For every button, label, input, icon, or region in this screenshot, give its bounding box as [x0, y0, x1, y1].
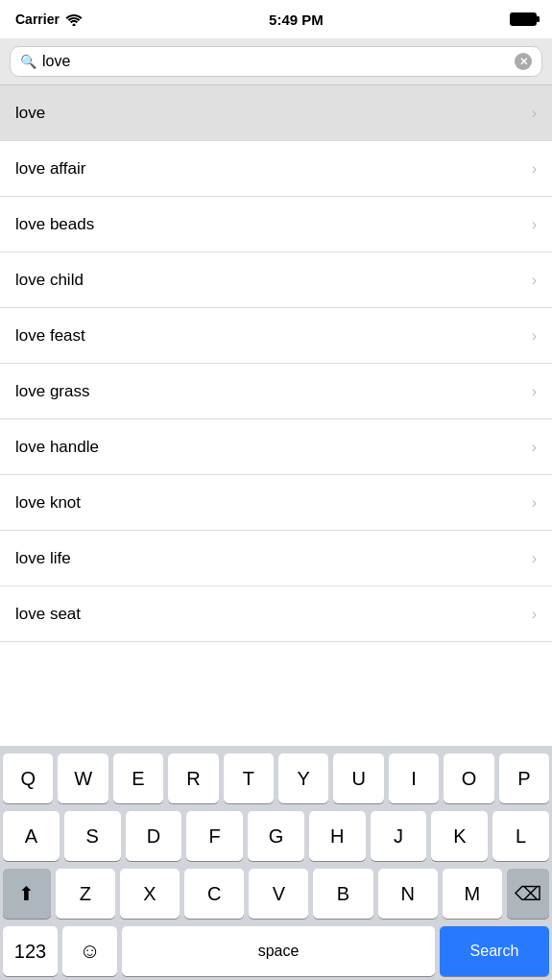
- key-f[interactable]: F: [186, 811, 243, 861]
- emoji-key[interactable]: ☺: [62, 926, 117, 976]
- key-n[interactable]: N: [378, 869, 438, 919]
- shift-key[interactable]: ⬆: [3, 869, 51, 919]
- chevron-icon: ›: [532, 272, 537, 289]
- key-l[interactable]: L: [492, 811, 549, 861]
- key-j[interactable]: J: [371, 811, 427, 861]
- search-bar: 🔍 ✕: [0, 38, 552, 85]
- battery-icon: [510, 12, 537, 26]
- search-clear-button[interactable]: ✕: [515, 53, 532, 70]
- result-label: love knot: [15, 493, 81, 513]
- wifi-icon: [65, 13, 83, 26]
- key-z[interactable]: Z: [56, 869, 115, 919]
- keyboard: QWERTYUIOP ASDFGHJKL ⬆ ZXCVBNM⌫ 123 ☺ sp…: [0, 746, 552, 980]
- result-label: love child: [15, 271, 84, 290]
- status-right: [510, 12, 537, 26]
- result-label: love handle: [15, 438, 99, 457]
- key-e[interactable]: E: [113, 753, 163, 803]
- result-label: love life: [15, 549, 71, 568]
- key-a[interactable]: A: [3, 811, 60, 861]
- delete-key[interactable]: ⌫: [507, 869, 549, 919]
- result-label: love beads: [15, 215, 94, 234]
- key-q[interactable]: Q: [3, 753, 53, 803]
- status-carrier: Carrier: [15, 12, 83, 27]
- key-v[interactable]: V: [249, 869, 308, 919]
- chevron-icon: ›: [532, 216, 537, 233]
- space-key[interactable]: space: [122, 926, 435, 976]
- chevron-icon: ›: [532, 383, 537, 400]
- result-item[interactable]: love affair ›: [0, 141, 552, 197]
- key-x[interactable]: X: [120, 869, 180, 919]
- keyboard-row-2: ASDFGHJKL: [3, 811, 549, 861]
- key-g[interactable]: G: [248, 811, 304, 861]
- search-input-wrapper[interactable]: 🔍 ✕: [10, 46, 542, 77]
- key-m[interactable]: M: [443, 869, 502, 919]
- key-k[interactable]: K: [431, 811, 488, 861]
- search-input[interactable]: [42, 53, 509, 70]
- key-t[interactable]: T: [224, 753, 274, 803]
- result-label: love affair: [15, 159, 85, 179]
- chevron-icon: ›: [532, 105, 537, 122]
- search-key[interactable]: Search: [440, 926, 549, 976]
- key-c[interactable]: C: [184, 869, 244, 919]
- key-u[interactable]: U: [333, 753, 383, 803]
- chevron-icon: ›: [532, 327, 537, 345]
- result-label: love grass: [15, 382, 89, 401]
- result-item[interactable]: love child ›: [0, 252, 552, 308]
- key-h[interactable]: H: [309, 811, 366, 861]
- status-time: 5:49 PM: [83, 12, 510, 28]
- key-o[interactable]: O: [444, 753, 493, 803]
- keyboard-row-1: QWERTYUIOP: [3, 753, 549, 803]
- result-item[interactable]: love life ›: [0, 531, 552, 586]
- key-p[interactable]: P: [499, 753, 549, 803]
- result-item[interactable]: love seat ›: [0, 586, 552, 642]
- result-label: love seat: [15, 605, 81, 624]
- key-d[interactable]: D: [126, 811, 182, 861]
- chevron-icon: ›: [532, 160, 537, 178]
- chevron-icon: ›: [532, 494, 537, 512]
- key-i[interactable]: I: [389, 753, 439, 803]
- result-item[interactable]: love feast ›: [0, 308, 552, 364]
- carrier-label: Carrier: [15, 12, 60, 27]
- key-w[interactable]: W: [58, 753, 108, 803]
- num-key[interactable]: 123: [3, 926, 58, 976]
- result-label: love feast: [15, 326, 85, 346]
- keyboard-row-3: ⬆ ZXCVBNM⌫: [3, 869, 549, 919]
- result-item[interactable]: love grass ›: [0, 364, 552, 419]
- chevron-icon: ›: [532, 606, 537, 623]
- key-y[interactable]: Y: [278, 753, 328, 803]
- key-s[interactable]: S: [64, 811, 121, 861]
- key-b[interactable]: B: [313, 869, 372, 919]
- chevron-icon: ›: [532, 550, 537, 567]
- chevron-icon: ›: [532, 439, 537, 456]
- svg-point-0: [72, 23, 75, 26]
- search-glass-icon: 🔍: [20, 54, 36, 69]
- result-item[interactable]: love handle ›: [0, 419, 552, 475]
- result-item[interactable]: love knot ›: [0, 475, 552, 531]
- status-bar: Carrier 5:49 PM: [0, 0, 552, 38]
- result-item[interactable]: love beads ›: [0, 197, 552, 252]
- key-r[interactable]: R: [168, 753, 218, 803]
- result-label: love: [15, 104, 45, 123]
- result-item[interactable]: love ›: [0, 85, 552, 141]
- results-list: love ›love affair ›love beads ›love chil…: [0, 85, 552, 642]
- keyboard-row-4: 123 ☺ space Search: [3, 926, 549, 976]
